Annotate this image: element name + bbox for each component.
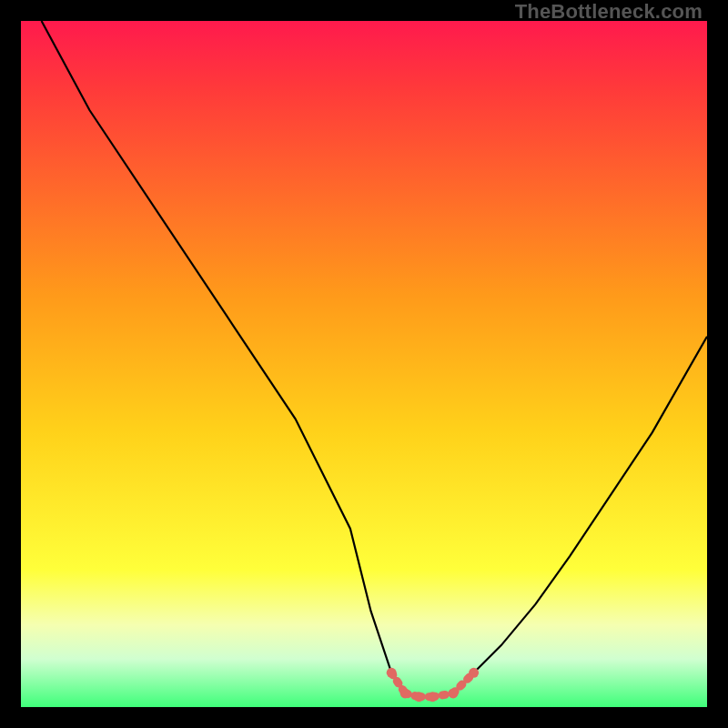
svg-line-10 xyxy=(453,672,474,693)
chart-plot-area xyxy=(21,21,707,707)
bottleneck-curve xyxy=(42,21,707,697)
chart-svg xyxy=(21,21,707,707)
trough-highlight xyxy=(387,668,479,702)
watermark-text: TheBottleneck.com xyxy=(515,0,703,24)
